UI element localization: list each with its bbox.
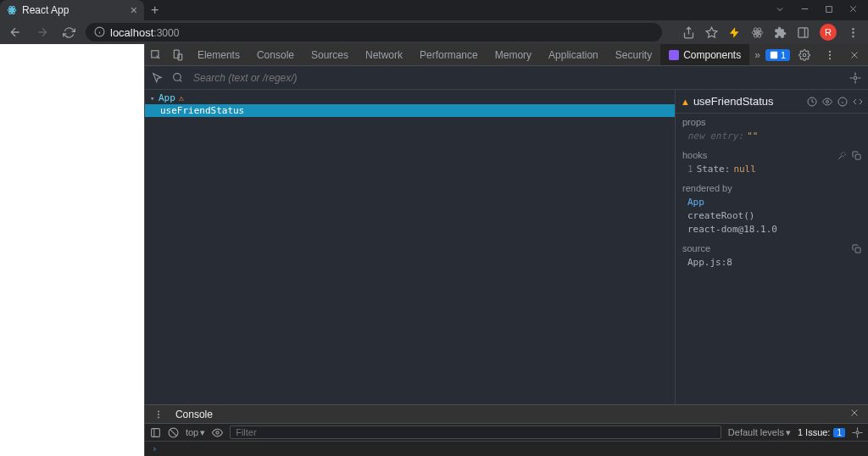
clear-console-icon[interactable]: [168, 427, 179, 438]
more-tabs-icon[interactable]: »: [749, 49, 765, 61]
device-toolbar-icon[interactable]: [167, 49, 189, 61]
console-tab[interactable]: Console: [169, 405, 220, 423]
tab-application[interactable]: Application: [540, 44, 607, 65]
maximize-icon[interactable]: [825, 4, 833, 17]
tab-memory[interactable]: Memory: [487, 44, 540, 65]
svg-point-41: [158, 416, 159, 418]
copy-icon[interactable]: [852, 151, 861, 160]
minimize-icon[interactable]: [800, 4, 810, 17]
select-element-icon[interactable]: [150, 70, 165, 86]
svg-point-19: [852, 31, 854, 34]
rendered-app[interactable]: App: [682, 196, 861, 209]
section-header-props: props: [682, 117, 861, 127]
components-tree[interactable]: ▾ App ⚠ useFriendStatus: [145, 90, 675, 404]
share-icon[interactable]: [682, 26, 695, 39]
hook-key: State:: [697, 163, 731, 176]
new-tab-button[interactable]: +: [144, 3, 165, 18]
forward-button[interactable]: [32, 25, 53, 39]
settings-icon[interactable]: [793, 49, 815, 61]
url-input[interactable]: localhost:3000: [86, 23, 662, 42]
prop-new-label: new entry:: [687, 130, 743, 143]
console-input-area[interactable]: ›: [145, 442, 868, 456]
react-icon: [7, 5, 17, 15]
hook-value: null: [733, 163, 756, 176]
close-window-icon[interactable]: [849, 4, 858, 17]
magic-wand-icon[interactable]: [837, 151, 847, 160]
inspect-element-icon[interactable]: [145, 49, 167, 61]
close-tab-icon[interactable]: ×: [131, 3, 137, 17]
tree-arrow-icon[interactable]: ▾: [150, 94, 159, 103]
tab-elements[interactable]: Elements: [189, 44, 248, 65]
svg-point-40: [158, 414, 159, 415]
console-settings-icon[interactable]: [852, 427, 863, 438]
log-icon[interactable]: [837, 97, 848, 107]
issues-link[interactable]: 1 Issue: 1: [798, 427, 845, 437]
window-controls: [765, 4, 868, 17]
chevron-down-icon[interactable]: [775, 4, 785, 17]
console-menu-icon[interactable]: [148, 409, 169, 420]
view-source-icon[interactable]: [853, 97, 863, 107]
extensions-icon[interactable]: [774, 26, 787, 39]
devtools-tab-bar: Elements Console Sources Network Perform…: [145, 44, 868, 66]
site-info-icon[interactable]: [94, 26, 105, 39]
page-viewport[interactable]: [0, 44, 144, 456]
warning-triangle-icon[interactable]: ▲: [681, 97, 690, 107]
profile-avatar[interactable]: R: [820, 24, 837, 41]
bookmark-icon[interactable]: [705, 26, 718, 39]
lighthouse-icon[interactable]: [728, 26, 741, 39]
log-levels-selector[interactable]: Default levels ▾: [728, 427, 791, 438]
console-drawer: Console top ▾ Default levels ▾ 1 Issue: …: [145, 404, 868, 456]
tree-row-app[interactable]: ▾ App ⚠: [145, 92, 675, 104]
search-input[interactable]: [190, 69, 843, 87]
header-actions: [807, 97, 863, 107]
inspect-dom-icon[interactable]: [822, 97, 832, 107]
tab-console[interactable]: Console: [248, 44, 303, 65]
hook-index: 1: [687, 163, 693, 176]
svg-point-26: [829, 50, 831, 52]
live-expression-icon[interactable]: [212, 427, 223, 438]
svg-rect-5: [826, 6, 832, 12]
errors-badge[interactable]: 1: [765, 49, 790, 61]
svg-point-48: [216, 431, 219, 434]
browser-tab[interactable]: React App ×: [0, 0, 144, 20]
tab-security[interactable]: Security: [607, 44, 660, 65]
rendered-createroot[interactable]: createRoot(): [682, 209, 861, 223]
issue-badge: 1: [833, 428, 845, 437]
suspend-icon[interactable]: [807, 97, 817, 107]
devtools-menu-icon[interactable]: [819, 49, 841, 61]
hook-state-row[interactable]: 1 State: null: [682, 163, 861, 176]
hooks-actions: [837, 151, 861, 160]
menu-icon[interactable]: [847, 26, 860, 39]
copy-source-icon[interactable]: [852, 244, 861, 253]
tab-components[interactable]: Components: [660, 44, 749, 65]
close-devtools-icon[interactable]: [844, 50, 865, 60]
tab-sources[interactable]: Sources: [303, 44, 357, 65]
svg-rect-37: [855, 154, 860, 159]
prop-new-entry[interactable]: new entry: "": [682, 130, 861, 143]
rendered-reactdom[interactable]: react-dom@18.1.0: [682, 223, 861, 236]
tree-row-usefriendstatus[interactable]: useFriendStatus: [145, 104, 675, 117]
source-section: source App.js:8: [676, 240, 868, 273]
side-panel-icon[interactable]: [797, 26, 810, 39]
tab-performance[interactable]: Performance: [411, 44, 487, 65]
rendered-by-section: rendered by App createRoot() react-dom@1…: [676, 180, 868, 240]
dropdown-arrow-icon: ▾: [200, 427, 205, 438]
section-header-source: source: [682, 243, 861, 253]
source-actions: [852, 244, 861, 253]
context-selector[interactable]: top ▾: [186, 427, 205, 438]
reload-button[interactable]: [59, 26, 79, 39]
react-devtools-icon[interactable]: [751, 26, 764, 39]
back-button[interactable]: [5, 25, 25, 39]
details-panel: ▲ useFriendStatus props new entry: "": [675, 90, 868, 404]
source-location[interactable]: App.js:8: [682, 256, 861, 270]
console-filter-input[interactable]: [230, 425, 721, 439]
source-text: App.js:8: [687, 256, 732, 270]
close-drawer-icon[interactable]: [844, 408, 865, 420]
warning-icon: ⚠: [179, 93, 184, 103]
console-toolbar: top ▾ Default levels ▾ 1 Issue: 1: [145, 424, 868, 442]
sidebar-toggle-icon[interactable]: [150, 427, 161, 438]
svg-rect-38: [855, 247, 860, 253]
context-label: top: [186, 427, 198, 437]
tab-network[interactable]: Network: [357, 44, 411, 65]
components-settings-icon[interactable]: [848, 70, 863, 86]
